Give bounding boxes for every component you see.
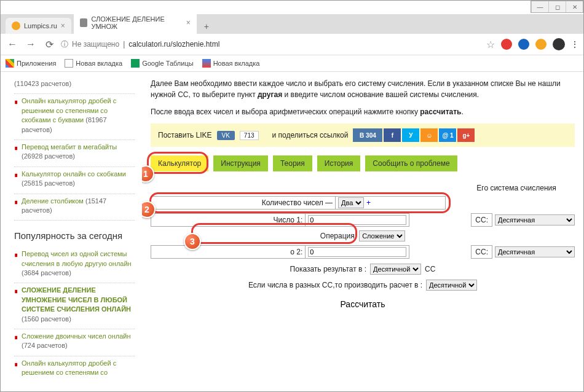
sidebar: (110423 расчетов) ∎Онлайн калькулятор др… bbox=[1, 72, 142, 383]
intro-paragraph-2: После ввода всех чисел и выбора арифмети… bbox=[151, 106, 575, 117]
ss-heading: Его система счисления bbox=[458, 184, 575, 192]
sidebar-item: (110423 расчетов) bbox=[14, 77, 135, 94]
operation-label: Операция: bbox=[320, 232, 357, 240]
share-gplus[interactable]: g+ bbox=[457, 128, 475, 142]
count-label: Количество чисел — bbox=[151, 196, 335, 210]
share-ok[interactable]: ☺ bbox=[420, 128, 438, 142]
num1-input[interactable] bbox=[308, 215, 406, 225]
security-warning: Не защищено bbox=[72, 40, 119, 49]
page-content: (110423 расчетов) ∎Онлайн калькулятор др… bbox=[1, 72, 583, 383]
ss-label: СС: bbox=[471, 213, 492, 227]
social-buttons: В 304 f У ☺ @ 1 g+ bbox=[353, 128, 475, 142]
sidebar-item[interactable]: ∎Перевод чисел из одной системы счислени… bbox=[14, 247, 135, 283]
close-icon[interactable]: × bbox=[61, 22, 65, 30]
page-tabs: Калькулятор Инструкция Теория История Со… bbox=[151, 155, 575, 171]
add-number-link[interactable]: + bbox=[366, 198, 371, 207]
diff-ss-select[interactable]: Десятичной bbox=[426, 280, 477, 291]
like-label: Поставить LIKE bbox=[158, 131, 212, 139]
close-button[interactable]: ✕ bbox=[566, 1, 583, 12]
tab-title: СЛОЖЕНИЕ ДЕЛЕНИЕ УМНОЖ bbox=[91, 15, 182, 30]
extension-icon[interactable] bbox=[518, 39, 529, 50]
row-operation: Операция: Сложение bbox=[151, 230, 575, 241]
tab-theory[interactable]: Теория bbox=[273, 155, 312, 171]
intro-paragraph: Далее Вам необходимо ввести каждое число… bbox=[151, 78, 575, 100]
tab-calculator[interactable]: Калькулятор bbox=[151, 155, 208, 171]
bookmark-sheets[interactable]: Google Таблицы bbox=[131, 59, 193, 68]
tab-instruction[interactable]: Инструкция bbox=[213, 155, 268, 171]
bullet-icon: ∎ bbox=[14, 144, 18, 162]
bullet-icon: ∎ bbox=[14, 198, 18, 216]
sidebar-item[interactable]: ∎Калькулятор онлайн со скобками (25815 р… bbox=[14, 167, 135, 194]
toolbar-right: ☆ ⋮ bbox=[486, 38, 578, 50]
share-tw[interactable]: У bbox=[402, 128, 419, 142]
result-ss-select[interactable]: Десятичной bbox=[370, 264, 421, 275]
apps-icon bbox=[6, 59, 14, 68]
sheets-icon bbox=[131, 59, 140, 68]
sidebar-item[interactable]: ∎Деление столбиком (15147 расчетов) bbox=[14, 194, 135, 221]
ss1-select[interactable]: Десятичная bbox=[495, 214, 575, 225]
row-count: Количество чисел — Два + bbox=[151, 196, 575, 210]
bookmark-newtab[interactable]: Новая вкладка bbox=[65, 59, 122, 68]
browser-toolbar: ← → ⟳ ⓘ Не защищено | calculatori.ru/slo… bbox=[1, 34, 583, 55]
bookmark-icon[interactable]: ☆ bbox=[486, 39, 495, 50]
share-bar: Поставить LIKE VK 713 и поделиться ссылк… bbox=[151, 123, 575, 147]
share-mail[interactable]: @ 1 bbox=[439, 128, 456, 142]
address-bar[interactable]: ⓘ Не защищено | calculatori.ru/slozhenie… bbox=[61, 39, 481, 50]
bullet-icon: ∎ bbox=[14, 98, 18, 135]
doc-icon bbox=[65, 59, 73, 68]
sidebar-heading: Популярность за сегодня bbox=[14, 229, 135, 242]
bullet-icon: ∎ bbox=[14, 171, 18, 189]
row-result: Показать результат в : Десятичной СС bbox=[151, 264, 575, 275]
info-icon[interactable]: ⓘ bbox=[61, 39, 68, 50]
tab-history[interactable]: История bbox=[317, 155, 361, 171]
photo-icon bbox=[202, 59, 211, 68]
operation-select[interactable]: Сложение bbox=[359, 230, 405, 241]
forward-button[interactable]: → bbox=[24, 37, 37, 51]
yandex-icon[interactable] bbox=[501, 39, 512, 50]
menu-icon[interactable]: ⋮ bbox=[571, 40, 578, 49]
sidebar-item[interactable]: ∎Онлайн калькулятор дробей с решением со… bbox=[14, 94, 135, 140]
main-content: Далее Вам необходимо ввести каждое число… bbox=[142, 72, 583, 383]
browser-tabs: Lumpics.ru × СЛОЖЕНИЕ ДЕЛЕНИЕ УМНОЖ × + bbox=[1, 14, 583, 34]
vk-like-button[interactable]: VK bbox=[217, 131, 235, 140]
tab-lumpics[interactable]: Lumpics.ru × bbox=[6, 18, 71, 34]
share-label: и поделиться ссылкой bbox=[272, 131, 349, 139]
sidebar-item[interactable]: ∎Перевод мегабит в мегабайты (26928 расч… bbox=[14, 140, 135, 167]
close-icon[interactable]: × bbox=[186, 18, 191, 27]
annotation-badge-3: 3 bbox=[184, 233, 201, 250]
row-diff-ss: Если числа в разных СС,то производить ра… bbox=[151, 280, 575, 291]
bullet-icon: ∎ bbox=[14, 251, 18, 278]
ss2-select[interactable]: Десятичная bbox=[495, 246, 575, 257]
apps-shortcut[interactable]: Приложения bbox=[6, 59, 56, 68]
url-text: calculatori.ru/slozhenie.html bbox=[128, 40, 219, 49]
num2-input[interactable] bbox=[308, 247, 406, 257]
favicon-icon bbox=[80, 18, 88, 27]
ss-label: СС: bbox=[471, 245, 492, 259]
tab-report[interactable]: Сообщить о проблеме bbox=[365, 155, 457, 171]
reload-button[interactable]: ⟳ bbox=[42, 37, 56, 51]
tab-calculator[interactable]: СЛОЖЕНИЕ ДЕЛЕНИЕ УМНОЖ × bbox=[74, 12, 197, 34]
bullet-icon: ∎ bbox=[14, 287, 18, 324]
calculator-form: Его система счисления Количество чисел —… bbox=[151, 184, 575, 309]
bookmark-newtab2[interactable]: Новая вкладка bbox=[202, 59, 260, 68]
row-num1: Число 1: СС: Десятичная bbox=[151, 213, 575, 227]
share-vk[interactable]: В 304 bbox=[353, 128, 382, 142]
back-button[interactable]: ← bbox=[6, 37, 19, 51]
count-select[interactable]: Два bbox=[338, 197, 364, 208]
profile-avatar[interactable] bbox=[553, 38, 565, 50]
share-fb[interactable]: f bbox=[384, 128, 401, 142]
minimize-button[interactable]: — bbox=[531, 1, 548, 12]
sidebar-item[interactable]: ∎Онлайн калькулятор дробей с решением со… bbox=[14, 356, 135, 383]
count-select-wrap: Два + bbox=[335, 196, 446, 210]
window-controls: — ◻ ✕ bbox=[531, 1, 583, 13]
sidebar-item[interactable]: ∎СЛОЖЕНИЕ ДЕЛЕНИЕ УМНОЖЕНИЕ ЧИСЕЛ В ЛЮБО… bbox=[14, 283, 135, 329]
maximize-button[interactable]: ◻ bbox=[548, 1, 566, 12]
like-count: 713 bbox=[240, 131, 259, 140]
extension-icon[interactable] bbox=[535, 39, 547, 50]
bookmarks-bar: Приложения Новая вкладка Google Таблицы … bbox=[1, 55, 583, 72]
new-tab-button[interactable]: + bbox=[199, 19, 214, 34]
bullet-icon: ∎ bbox=[14, 333, 18, 351]
sidebar-item[interactable]: ∎Сложение двоичных чисел онлайн (724 рас… bbox=[14, 329, 135, 356]
bullet-icon: ∎ bbox=[14, 360, 18, 378]
calculate-button[interactable]: Рассчитать bbox=[340, 299, 385, 309]
